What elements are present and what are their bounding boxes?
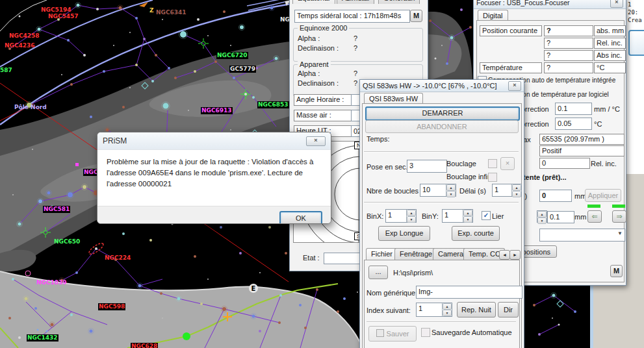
position-abs-value[interactable]: ? xyxy=(544,25,593,36)
binx-up-icon[interactable]: ▲ xyxy=(407,210,416,216)
step-field[interactable]: 0.1 xyxy=(547,211,574,223)
dir-button[interactable]: Dir xyxy=(498,302,519,317)
equinox-legend: Equinoxe 2000 xyxy=(298,24,349,32)
bouclage-infini-checkbox[interactable] xyxy=(488,173,497,182)
qsi-titlebar[interactable]: QSI 583ws HW -> -10.0°C [67% , -10.0°C] … xyxy=(360,80,524,92)
alpha-apparent-value: ? xyxy=(354,69,357,77)
auto-save-checkbox[interactable] xyxy=(421,328,430,337)
delai-spinner[interactable]: 1 ▲▼ xyxy=(492,184,522,197)
console-button-fragment[interactable] xyxy=(628,30,644,56)
dialog-close-icon[interactable]: × xyxy=(306,136,326,146)
biny-up-icon[interactable]: ▲ xyxy=(463,210,472,216)
appliquer-button[interactable]: Appliquer xyxy=(585,189,621,202)
tab-scroll-right-icon[interactable]: ► xyxy=(509,250,521,260)
map-label-ngc6341: NGC6341 xyxy=(156,9,187,16)
temperature-label: Température xyxy=(480,62,542,73)
bouclage-x-button[interactable]: × xyxy=(500,157,515,170)
rel-inc-value[interactable]: 0 xyxy=(539,158,590,169)
biny-spinner[interactable]: 1 ▲▼ xyxy=(442,209,473,223)
pose-field[interactable]: 3 xyxy=(407,160,447,173)
tab-fenetrage[interactable]: Fenêtrage xyxy=(394,248,437,260)
svg-text:E: E xyxy=(251,285,256,292)
console-line: 1 xyxy=(628,1,643,8)
delai-up-icon[interactable]: ▲ xyxy=(512,184,521,191)
position-absinc-value[interactable]: ? xyxy=(544,50,593,61)
focuser-titlebar[interactable]: Focuser : USB_Focus.Focuser × xyxy=(474,0,626,9)
combo-dropdown-icon[interactable]: ▼ xyxy=(617,230,623,236)
map-label-ngc5457: NGC5457 xyxy=(48,13,79,20)
map-label-ngc628: NGC628 xyxy=(131,343,158,348)
binx-down-icon[interactable]: ▼ xyxy=(407,216,416,223)
correction2-field[interactable]: 0.05 xyxy=(555,118,592,130)
exp-courte-button[interactable]: Exp. courte xyxy=(452,226,500,241)
nbre-up-icon[interactable]: ▲ xyxy=(446,184,456,191)
correction1-field[interactable]: 0.1 xyxy=(555,103,592,115)
abandonner-button[interactable]: ABANDONNER xyxy=(365,120,519,133)
positions-combo[interactable]: ▼ xyxy=(539,229,625,242)
demarrer-button[interactable]: DEMARRER xyxy=(365,106,520,121)
alpha-value: ? xyxy=(354,34,357,42)
step-up-icon[interactable]: ▲ xyxy=(537,211,547,218)
index-value[interactable]: 1 xyxy=(417,303,442,316)
nbre-boucles-value[interactable]: 10 xyxy=(420,184,446,196)
position-courante-label: Position courante xyxy=(480,25,542,36)
biny-value[interactable]: 1 xyxy=(443,210,463,222)
tab-equatorial[interactable]: Equatorial xyxy=(292,0,335,4)
map-label-ngc6853: NGC6853 xyxy=(257,101,289,108)
alpha-apparent-label: Alpha : xyxy=(298,69,320,77)
focuser-title: Focuser : USB_Focus.Focuser xyxy=(476,0,610,6)
map-label-gc5779: GC5779 xyxy=(229,66,256,73)
focuser-m-button[interactable]: M xyxy=(610,265,623,277)
position-absinc-unit: Abs inc. xyxy=(594,50,626,61)
separator xyxy=(364,151,519,153)
dialog-titlebar[interactable]: PRiSM × xyxy=(97,132,331,150)
lier-checkbox[interactable]: ✓ xyxy=(482,211,491,220)
map-label-ngc6913: NGC6913 xyxy=(201,107,233,114)
biny-down-icon[interactable]: ▼ xyxy=(463,216,472,223)
bouclage-checkbox[interactable] xyxy=(488,159,497,168)
move-right-button[interactable]: ⇒ xyxy=(612,210,626,223)
biny-label: BinY: xyxy=(422,212,439,220)
rel-inc-unit: Rel. inc. xyxy=(591,160,617,168)
posmax-value: 65535 (209.97mm ) xyxy=(539,134,625,145)
map-label-587: 587 xyxy=(0,67,12,74)
focuser-close-icon[interactable]: × xyxy=(610,0,623,8)
nom-generique-field[interactable]: Img- xyxy=(416,286,522,299)
ok-button[interactable]: OK xyxy=(279,211,322,224)
map-label-ng: NG xyxy=(280,16,290,23)
sauver-button[interactable]: Sauver xyxy=(368,326,417,342)
sidereal-m-button[interactable]: M xyxy=(410,10,422,22)
step-spinner[interactable]: ▲▼ xyxy=(537,210,547,223)
qsi-window: QSI 583ws HW -> -10.0°C [67% , -10.0°C] … xyxy=(359,79,524,348)
delai-label: Délai (s) xyxy=(459,187,486,195)
delai-down-icon[interactable]: ▼ xyxy=(512,191,521,197)
position-rel-value[interactable]: ? xyxy=(544,38,593,49)
nbre-down-icon[interactable]: ▼ xyxy=(446,191,456,197)
binx-spinner[interactable]: 1 ▲▼ xyxy=(385,209,417,223)
position-abs-unit: abs. mm xyxy=(594,25,626,36)
binx-value[interactable]: 1 xyxy=(386,210,406,222)
index-spinner[interactable]: 1 ▲▼ xyxy=(416,303,452,317)
tab-fichier[interactable]: Fichier xyxy=(366,248,398,260)
save-disk-icon xyxy=(376,329,384,337)
sauver-label: Sauver xyxy=(387,330,409,338)
index-down-icon[interactable]: ▼ xyxy=(443,310,452,316)
rep-nuit-button[interactable]: Rep. Nuit xyxy=(457,302,496,317)
tab-scroll-left-icon[interactable]: ◄ xyxy=(499,250,510,260)
goto-field[interactable]: 0 xyxy=(539,190,572,202)
bouclage-label: Bouclage xyxy=(446,160,476,168)
tab-azimutal[interactable]: Azimutal xyxy=(337,0,374,4)
delai-value[interactable]: 1 xyxy=(493,184,511,196)
prism-error-dialog: PRiSM × Problème sur la mise à jour de l… xyxy=(97,132,331,224)
dialog-footer: OK xyxy=(97,206,331,224)
index-up-icon[interactable]: ▲ xyxy=(443,303,452,310)
browse-button[interactable]: ... xyxy=(368,266,388,279)
step-down-icon[interactable]: ▼ xyxy=(537,218,547,224)
map-label-ngc4236: NGC4236 xyxy=(5,42,35,49)
qsi-close-icon[interactable]: × xyxy=(508,81,521,91)
move-left-button[interactable]: ⇐ xyxy=(587,210,602,223)
nbre-boucles-spinner[interactable]: 10 ▲▼ xyxy=(420,184,456,197)
exp-longue-button[interactable]: Exp Longue xyxy=(378,226,430,241)
positif-value: Positif xyxy=(539,145,625,156)
tab-generaux[interactable]: Généraux xyxy=(378,0,420,4)
